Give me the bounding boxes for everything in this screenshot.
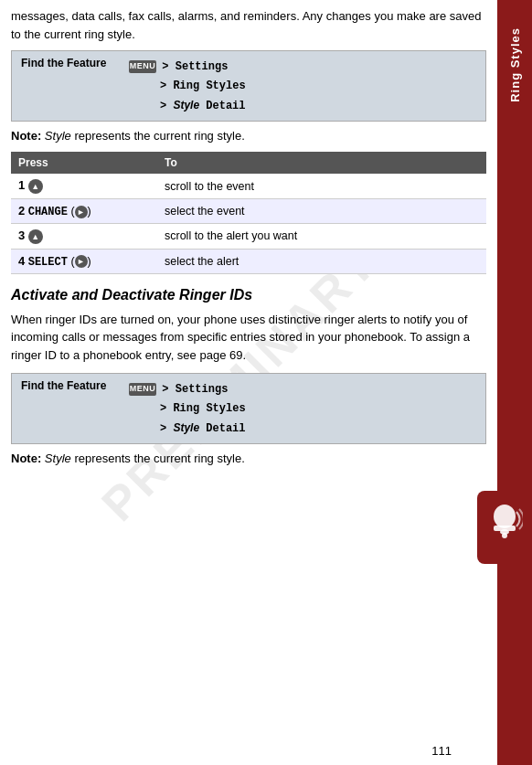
find-feature-box-1: Find the Feature MENU > Settings > Ring … — [11, 50, 486, 122]
nav-icon: ▲ — [28, 179, 43, 194]
press-cell: 2 CHANGE (►) — [11, 198, 157, 223]
note-text-1: Note: Style represents the current ring … — [11, 129, 486, 143]
page-number: 111 — [431, 744, 452, 758]
action-cell: scroll to the alert you want — [157, 223, 486, 249]
press-cell: 1 ▲ — [11, 174, 157, 198]
note-italic-2: Style — [45, 452, 71, 465]
note-label-2: Note: — [11, 452, 41, 465]
feature-path-2: MENU > Settings > Ring Styles > Style De… — [129, 379, 246, 438]
right-arrow-icon: ► — [75, 206, 88, 218]
row-num: 3 — [18, 228, 25, 242]
body-para: When ringer IDs are turned on, your phon… — [11, 311, 486, 365]
note-text-2: Note: Style represents the current ring … — [11, 452, 486, 465]
path-line1-1: > Settings — [162, 60, 228, 73]
select-btn: SELECT — [28, 256, 68, 269]
table-row: 1 ▲ scroll to the event — [11, 174, 486, 198]
nav-icon: ▲ — [28, 229, 43, 244]
note-suffix-2: represents the current ring style. — [74, 452, 244, 465]
press-cell: 4 SELECT (►) — [11, 249, 157, 273]
press-cell: 3 ▲ — [11, 223, 157, 249]
menu-icon-1: MENU — [129, 60, 156, 73]
table-row: 2 CHANGE (►) select the event — [11, 198, 486, 223]
svg-point-0 — [494, 505, 516, 528]
note-label-1: Note: — [11, 129, 41, 143]
action-cell: select the alert — [157, 249, 486, 273]
action-cell: scroll to the event — [157, 174, 486, 198]
bell-area — [477, 491, 532, 564]
find-feature-box-2: Find the Feature MENU > Settings > Ring … — [11, 373, 486, 444]
row-num: 2 — [18, 204, 25, 218]
col-press: Press — [11, 152, 157, 174]
action-cell: select the event — [157, 198, 486, 223]
path-line2-2: > Ring Styles — [160, 402, 246, 415]
row-num: 1 — [18, 178, 25, 192]
path-line2-1: > Ring Styles — [160, 80, 246, 92]
table-row: 4 SELECT (►) select the alert — [11, 249, 486, 273]
col-to: To — [157, 152, 486, 174]
row-num: 4 — [18, 254, 25, 268]
feature-path-1: MENU > Settings > Ring Styles > Style De… — [129, 57, 246, 115]
change-btn: CHANGE — [28, 206, 68, 218]
path-line3-1: > Style Detail — [160, 99, 246, 112]
svg-point-3 — [502, 533, 507, 538]
intro-text: messages, data calls, fax calls, alarms,… — [11, 7, 486, 43]
sidebar-tab: Ring Styles — [497, 0, 532, 765]
right-arrow-icon-2: ► — [75, 255, 88, 268]
find-feature-label-2: Find the Feature — [21, 379, 122, 392]
bell-icon — [486, 503, 523, 553]
note-suffix-1: represents the current ring style. — [74, 129, 244, 143]
find-feature-label-1: Find the Feature — [21, 57, 122, 69]
press-table: Press To 1 ▲ scroll to the event 2 — [11, 152, 486, 273]
path-line1-2: > Settings — [162, 383, 228, 396]
main-content: messages, data calls, fax calls, alarms,… — [0, 0, 497, 765]
path-style-2: Style — [173, 421, 199, 434]
path-style-1: Style — [173, 99, 199, 112]
path-line3-2: > Style Detail — [160, 421, 246, 434]
note-italic-1: Style — [45, 129, 71, 143]
sidebar-tab-label: Ring Styles — [508, 27, 522, 102]
section-heading: Activate and Deactivate Ringer IDs — [11, 287, 486, 303]
table-row: 3 ▲ scroll to the alert you want — [11, 223, 486, 249]
menu-icon-2: MENU — [129, 383, 156, 396]
